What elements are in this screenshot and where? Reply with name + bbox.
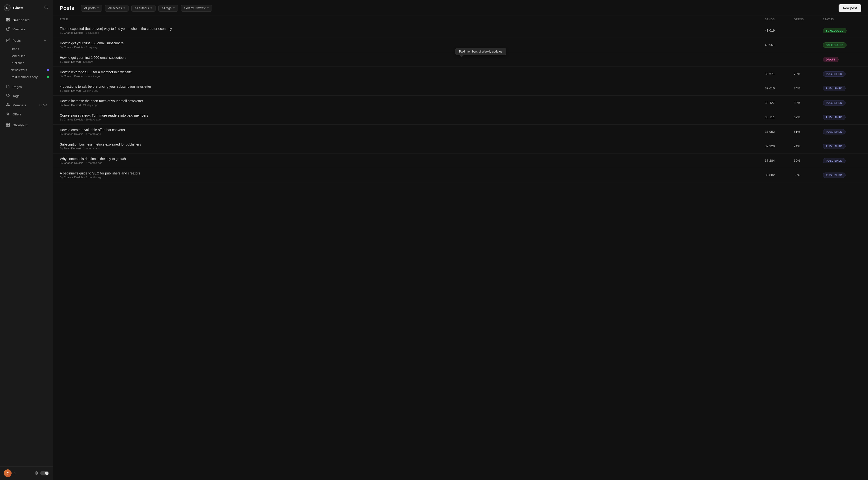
svg-point-11 <box>8 115 9 115</box>
table-row[interactable]: Why content distribution is the key to g… <box>53 154 868 168</box>
col-status: STATUS <box>823 18 861 21</box>
post-meta: By Talan Dorwart · 16 days ago <box>60 89 765 92</box>
opens-value: 84% <box>794 87 823 90</box>
post-meta: By Talan Dorwart · 2 months ago <box>60 147 765 150</box>
sidebar-item-offers[interactable]: Offers <box>2 110 51 119</box>
all-access-filter[interactable]: All access ▼ <box>105 5 128 11</box>
search-button[interactable] <box>43 4 49 11</box>
status-badge-cell: PUBLISHED <box>823 115 861 120</box>
post-meta: By Chance Dokidis · a week ago <box>60 75 765 77</box>
post-title: How to get your first 100 email subscrib… <box>60 41 765 45</box>
chevron-down-icon: ▼ <box>207 7 209 9</box>
sidebar-item-members[interactable]: Members 41,040 <box>2 101 51 109</box>
posts-table: TITLE SENDS OPENS STATUS The unexpected … <box>53 15 868 480</box>
svg-line-6 <box>8 28 9 29</box>
post-meta: By Chance Dokidis · 2 days ago <box>60 31 765 34</box>
settings-button[interactable] <box>34 471 39 476</box>
sidebar-item-ghost-pro[interactable]: Ghost(Pro) <box>2 121 51 130</box>
post-time: 2 days ago <box>86 31 99 34</box>
view-site-icon <box>6 27 10 32</box>
sidebar-item-drafts[interactable]: Drafts <box>8 45 52 53</box>
sends-value: 38,111 <box>765 116 794 119</box>
offers-icon <box>6 112 10 117</box>
sidebar-item-pages[interactable]: Pages <box>2 83 51 91</box>
svg-rect-13 <box>8 123 9 124</box>
sidebar-item-newsletters[interactable]: Newsletters <box>8 66 52 73</box>
post-author: Chance Dokidis <box>64 46 84 49</box>
chevron-down-icon[interactable]: › <box>13 470 16 476</box>
sidebar-item-scheduled[interactable]: Scheduled <box>8 53 52 60</box>
sends-value: 36,002 <box>765 173 794 177</box>
svg-line-9 <box>7 113 9 115</box>
newsletters-label: Newsletters <box>10 68 27 72</box>
post-meta: By Talan Dorwart · 24 days ago <box>60 104 765 106</box>
svg-rect-5 <box>8 20 9 21</box>
post-time: a month ago <box>86 132 101 135</box>
table-row[interactable]: How to create a valuable offer that conv… <box>53 125 868 139</box>
post-author: Chance Dokidis <box>64 161 84 164</box>
table-row[interactable]: How to increase the open rates of your e… <box>53 96 868 110</box>
avatar[interactable]: C <box>4 470 11 477</box>
table-row[interactable]: A beginner's guide to SEO for publishers… <box>53 168 868 183</box>
post-author: Chance Dokidis <box>64 75 84 77</box>
post-title: 4 questions to ask before pricing your s… <box>60 85 765 89</box>
sort-label: Sort by: Newest <box>184 6 206 10</box>
post-title-cell: How to leverage SEO for a membership web… <box>60 70 765 77</box>
status-badge-cell: PUBLISHED <box>823 158 861 163</box>
add-post-button[interactable]: + <box>42 38 47 43</box>
opens-value: 83% <box>794 101 823 104</box>
status-badge: PUBLISHED <box>823 143 845 149</box>
main-header: Posts All posts ▼ All access ▼ All autho… <box>53 0 868 15</box>
sort-filter[interactable]: Sort by: Newest ▼ <box>181 5 212 11</box>
brand-logo: G <box>4 4 10 11</box>
theme-toggle[interactable] <box>40 471 49 475</box>
sidebar-item-published[interactable]: Published <box>8 60 52 66</box>
svg-line-1 <box>47 8 48 9</box>
posts-sub-nav: Drafts Scheduled Published Newsletters P… <box>7 45 53 81</box>
table-row[interactable]: Conversion strategy: Turn more readers i… <box>53 110 868 125</box>
all-posts-label: All posts <box>84 6 95 10</box>
col-sends: SENDS <box>765 18 794 21</box>
table-row[interactable]: Paid members of Weekly updates How to ge… <box>53 52 868 67</box>
sidebar-item-posts[interactable]: Posts + <box>2 36 51 45</box>
status-badge-cell: PUBLISHED <box>823 71 861 76</box>
post-title: Why content distribution is the key to g… <box>60 157 765 161</box>
sends-value: 37,920 <box>765 145 794 148</box>
post-author: Talan Dorwart <box>64 60 81 63</box>
sends-value: 40,961 <box>765 43 794 47</box>
chevron-down-icon: ▼ <box>173 7 175 9</box>
status-badge: SCHEDULED <box>823 42 846 48</box>
post-title-cell: How to get your first 100 email subscrib… <box>60 41 765 49</box>
table-row[interactable]: How to leverage SEO for a membership web… <box>53 67 868 81</box>
status-badge: PUBLISHED <box>823 100 845 105</box>
svg-point-8 <box>7 103 8 104</box>
post-author: Talan Dorwart <box>64 147 81 150</box>
published-label: Published <box>10 61 24 65</box>
sidebar-item-label: Posts <box>12 39 21 42</box>
sidebar-item-paid-members-only[interactable]: Paid-members only <box>8 73 52 81</box>
sidebar-item-tags[interactable]: Tags <box>2 92 51 100</box>
table-row[interactable]: Subscription business metrics explained … <box>53 139 868 154</box>
sends-value: 37,284 <box>765 159 794 162</box>
all-authors-filter[interactable]: All authors ▼ <box>131 5 156 11</box>
post-title-cell: 4 questions to ask before pricing your s… <box>60 85 765 92</box>
post-title: A beginner's guide to SEO for publishers… <box>60 171 765 175</box>
col-opens: OPENS <box>794 18 823 21</box>
opens-value: 69% <box>794 159 823 162</box>
all-tags-filter[interactable]: All tags ▼ <box>158 5 178 11</box>
table-row[interactable]: How to get your first 100 email subscrib… <box>53 38 868 52</box>
table-row[interactable]: The unexpected (but proven) way to find … <box>53 23 868 38</box>
post-time: just now <box>83 60 93 63</box>
sidebar-item-dashboard[interactable]: Dashboard <box>2 15 51 25</box>
all-posts-filter[interactable]: All posts ▼ <box>81 5 102 11</box>
svg-rect-14 <box>6 125 7 126</box>
table-row[interactable]: 4 questions to ask before pricing your s… <box>53 81 868 96</box>
drafts-label: Drafts <box>10 47 19 51</box>
sidebar-item-label: Dashboard <box>12 18 30 22</box>
post-title-cell: How to increase the open rates of your e… <box>60 99 765 106</box>
post-title-cell: Conversion strategy: Turn more readers i… <box>60 114 765 121</box>
sidebar-item-view-site[interactable]: View site <box>2 25 51 34</box>
sends-value: 39,610 <box>765 87 794 90</box>
col-title: TITLE <box>60 18 765 21</box>
new-post-button[interactable]: New post <box>839 4 861 12</box>
